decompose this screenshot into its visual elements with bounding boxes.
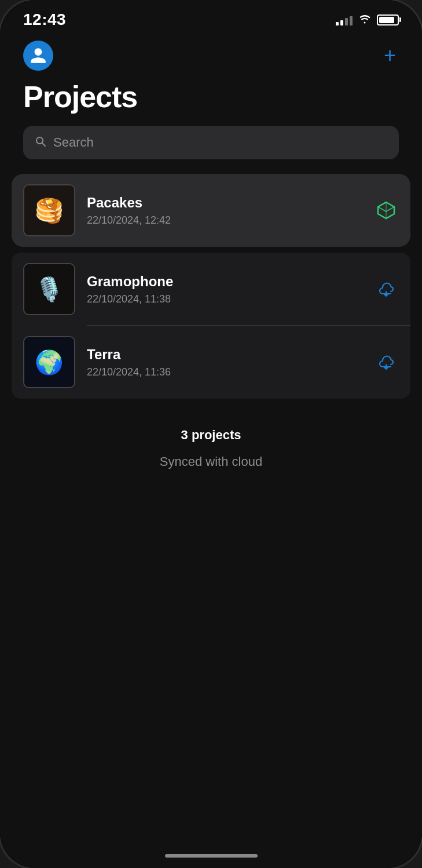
projects-list: 🥞 Pacakes 22/10/2024, 12:42: [0, 174, 422, 399]
search-input[interactable]: Search: [53, 135, 387, 150]
page-title: Projects: [0, 71, 422, 126]
project-name: Pacakes: [87, 195, 362, 211]
phone-frame: 12:43: [0, 0, 422, 868]
svg-line-1: [42, 143, 45, 146]
project-date: 22/10/2024, 11:36: [87, 366, 362, 378]
status-icons: [336, 13, 399, 27]
project-date: 22/10/2024, 11:38: [87, 293, 362, 305]
project-info-terra: Terra 22/10/2024, 11:36: [87, 347, 362, 378]
project-info-gramophone: Gramophone 22/10/2024, 11:38: [87, 273, 362, 305]
cloud-download-icon[interactable]: [373, 276, 399, 302]
projects-count: 3 projects: [23, 428, 399, 443]
projects-inner-list: 🎙️ Gramophone 22/10/2024, 11:38: [12, 253, 410, 399]
status-bar: 12:43: [0, 0, 422, 35]
project-item-pacakes[interactable]: 🥞 Pacakes 22/10/2024, 12:42: [12, 174, 410, 247]
cloud-download-icon-terra[interactable]: [373, 349, 399, 375]
status-time: 12:43: [23, 10, 66, 29]
footer-info: 3 projects Synced with cloud: [0, 399, 422, 481]
project-thumbnail-terra: 🌍: [23, 336, 75, 388]
project-action-cube: [373, 198, 399, 223]
home-indicator: [165, 854, 258, 858]
search-icon: [35, 136, 46, 150]
sync-status: Synced with cloud: [23, 454, 399, 469]
project-thumbnail-gramophone: 🎙️: [23, 263, 75, 315]
project-info-pacakes: Pacakes 22/10/2024, 12:42: [87, 195, 362, 227]
header: +: [0, 35, 422, 71]
person-icon: [29, 46, 47, 65]
signal-icon: [336, 14, 353, 25]
add-project-button[interactable]: +: [381, 42, 399, 69]
cloud-icon: [376, 279, 397, 300]
cube-icon: [376, 200, 397, 221]
search-container: Search: [0, 126, 422, 174]
project-thumbnail-pacakes: 🥞: [23, 184, 75, 236]
project-item-terra[interactable]: 🌍 Terra 22/10/2024, 11:36: [12, 326, 410, 399]
battery-icon: [377, 14, 399, 25]
avatar-button[interactable]: [23, 41, 53, 71]
search-bar[interactable]: Search: [23, 126, 399, 159]
project-name: Gramophone: [87, 273, 362, 290]
project-date: 22/10/2024, 12:42: [87, 214, 362, 227]
cloud-icon-terra: [376, 352, 397, 373]
wifi-icon: [358, 13, 371, 27]
project-name: Terra: [87, 347, 362, 363]
phone-screen: 12:43: [0, 0, 422, 868]
project-item-gramophone[interactable]: 🎙️ Gramophone 22/10/2024, 11:38: [12, 253, 410, 326]
